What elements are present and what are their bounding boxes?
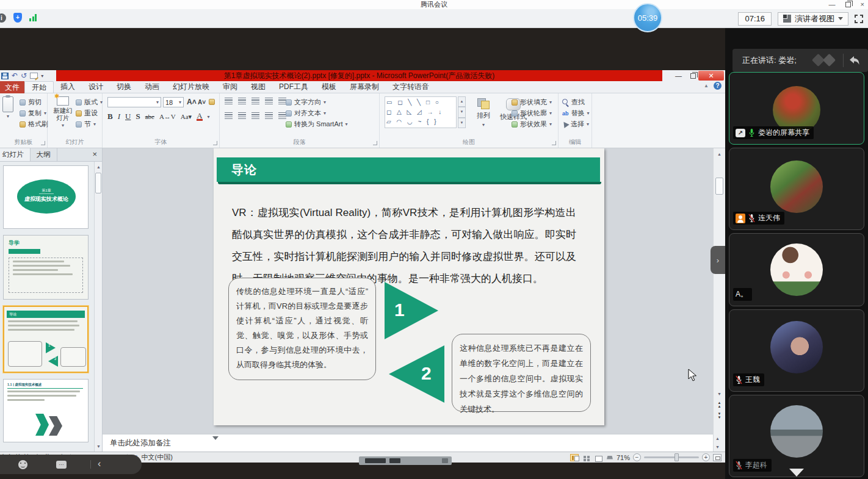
align-center-icon[interactable]: [238, 112, 246, 119]
section-button[interactable]: 节▾: [76, 120, 96, 129]
minimize-icon[interactable]: —: [829, 0, 836, 9]
tab-pdf-tools[interactable]: PDF工具: [272, 81, 315, 93]
ppt-restore-icon[interactable]: [690, 73, 696, 79]
tab-design[interactable]: 设计: [82, 81, 110, 93]
reactions-icon[interactable]: [18, 460, 27, 469]
grow-font-button[interactable]: A˄: [187, 98, 197, 106]
scroll-up-icon[interactable]: ▲: [95, 163, 103, 171]
zoom-slider-thumb[interactable]: [675, 453, 679, 461]
tab-slides[interactable]: 幻灯片: [0, 148, 31, 161]
paste-button[interactable]: ▾: [2, 96, 13, 119]
shape-fill-button[interactable]: 形状填充▾: [512, 98, 552, 107]
notes-scrollbar[interactable]: ▲ ▼: [713, 434, 725, 452]
zoom-out-icon[interactable]: −: [633, 453, 641, 461]
slide-thumbnail-2[interactable]: 导学: [3, 235, 89, 300]
security-shield-icon[interactable]: +: [13, 13, 22, 23]
underline-button[interactable]: U: [125, 112, 131, 121]
ppt-minimize-icon[interactable]: —: [675, 72, 682, 79]
replace-button[interactable]: ab替换▾: [562, 109, 590, 118]
format-painter-button[interactable]: 格式刷: [20, 120, 48, 129]
new-slide-button[interactable]: 新建幻灯片 ▾: [51, 96, 74, 128]
ppt-close-button[interactable]: ✕: [698, 71, 724, 81]
dialog-launcher-icon[interactable]: [552, 141, 556, 145]
scroll-down-icon[interactable]: ▼: [714, 390, 725, 398]
shrink-font-button[interactable]: A˅: [198, 99, 206, 106]
help-icon[interactable]: ?: [714, 82, 722, 90]
increase-indent-icon[interactable]: [265, 98, 273, 104]
splitter-arrow-icon[interactable]: [212, 436, 219, 440]
slide-thumbnail-3-selected[interactable]: 导论 1 2: [3, 306, 89, 373]
start-show-icon[interactable]: [30, 73, 38, 79]
previous-slide-icon[interactable]: ▲▲: [714, 401, 725, 408]
fullscreen-icon[interactable]: [855, 15, 863, 23]
normal-view-button[interactable]: [570, 454, 579, 461]
strikethrough-button[interactable]: abc: [145, 113, 154, 120]
scroll-thumb[interactable]: [715, 178, 723, 195]
bullets-icon[interactable]: [225, 98, 233, 104]
network-signal-icon[interactable]: [29, 14, 37, 21]
participant-tile[interactable]: 李超科: [729, 395, 864, 477]
slide-thumbnail-1[interactable]: 第1章 虚拟现实技术概论: [3, 165, 89, 229]
tab-animations[interactable]: 动画: [138, 81, 166, 93]
find-button[interactable]: 查找: [562, 98, 585, 107]
tab-view[interactable]: 视图: [244, 81, 272, 93]
fit-to-window-icon[interactable]: [713, 454, 722, 461]
dialog-launcher-icon[interactable]: [373, 141, 377, 145]
slide-canvas[interactable]: 导论 VR：虚拟现实(Virtual Reality)，简称VR技术，是利用计算…: [214, 148, 604, 425]
collapse-toolbar-icon[interactable]: ‹: [98, 457, 101, 470]
tab-text-to-speech[interactable]: 文字转语音: [386, 81, 436, 93]
undo-icon[interactable]: ↶: [12, 72, 18, 79]
change-case-button[interactable]: Aa▾: [181, 113, 192, 121]
participant-tile[interactable]: ↗ 娄岩的屏幕共享: [729, 72, 864, 145]
smartart-button[interactable]: 转换为 SmartArt▾: [286, 120, 347, 129]
meeting-timer[interactable]: 05:39: [633, 3, 662, 32]
shadow-button[interactable]: S: [136, 112, 140, 121]
participants-scroll-down-icon[interactable]: [789, 469, 804, 477]
language-indicator[interactable]: 中文(中国): [142, 453, 173, 462]
align-right-icon[interactable]: [251, 112, 259, 119]
tab-screen-record[interactable]: 屏幕录制: [343, 81, 386, 93]
tab-home[interactable]: 开始: [24, 81, 54, 93]
tab-templates[interactable]: 模板: [315, 81, 343, 93]
copy-button[interactable]: 复制▾: [20, 109, 46, 118]
clear-format-icon[interactable]: [209, 99, 215, 105]
chat-icon[interactable]: …: [56, 461, 67, 469]
notes-placeholder[interactable]: 单击此处添加备注: [103, 434, 713, 452]
cut-button[interactable]: 剪切: [20, 98, 42, 107]
tab-outline[interactable]: 大纲: [31, 148, 57, 161]
participant-tile[interactable]: A。: [729, 233, 864, 306]
shape-effects-button[interactable]: 形状效果▾: [512, 120, 552, 129]
slide-sorter-button[interactable]: [582, 454, 590, 461]
select-button[interactable]: 选择▾: [562, 120, 589, 129]
scroll-up-icon[interactable]: ▲: [714, 434, 722, 442]
next-slide-icon[interactable]: ▼▼: [714, 412, 725, 419]
text-direction-button[interactable]: 文字方向▾: [286, 98, 326, 107]
shapes-gallery[interactable]: ▭ ◻ ╲ ╲ □ ○ ◻ △ ◺ ◿ → ↓ ▱ ◠ ◡ ~ { }: [385, 96, 457, 128]
participant-tile[interactable]: 王魏: [729, 309, 864, 392]
save-icon[interactable]: [1, 73, 9, 79]
tab-file[interactable]: 文件: [0, 81, 24, 93]
view-mode-dropdown[interactable]: 演讲者视图: [778, 12, 848, 26]
justify-icon[interactable]: [265, 112, 273, 119]
slide-thumbnail-4[interactable]: 1.1 | 虚拟现实技术概述: [3, 379, 89, 442]
bold-button[interactable]: B: [107, 112, 113, 121]
scroll-down-icon[interactable]: ▼: [95, 442, 103, 450]
editor-scrollbar[interactable]: ▲ ▼ ▲▲ ▼▼: [713, 148, 725, 434]
reading-view-button[interactable]: [593, 454, 602, 461]
slideshow-button[interactable]: [605, 454, 613, 461]
font-color-button[interactable]: A: [197, 112, 202, 121]
sidebar-expand-handle[interactable]: ›: [711, 246, 725, 274]
tab-review[interactable]: 审阅: [216, 81, 244, 93]
scroll-up-icon[interactable]: ▲: [714, 150, 725, 158]
layout-button[interactable]: 版式▾: [76, 98, 103, 107]
zoom-slider[interactable]: [644, 456, 699, 458]
shapes-gallery-scroll[interactable]: ▲▼▼: [458, 96, 466, 128]
panel-close-icon[interactable]: ×: [87, 148, 102, 161]
tab-slideshow[interactable]: 幻灯片放映: [166, 81, 216, 93]
tab-insert[interactable]: 插入: [54, 81, 82, 93]
font-size-combo[interactable]: 18▾: [163, 97, 184, 107]
maximize-icon[interactable]: [845, 2, 851, 7]
scroll-down-icon[interactable]: ▼: [714, 443, 722, 451]
char-spacing-button[interactable]: A↔V: [159, 113, 176, 120]
qat-dropdown-icon[interactable]: ▾: [41, 73, 43, 79]
